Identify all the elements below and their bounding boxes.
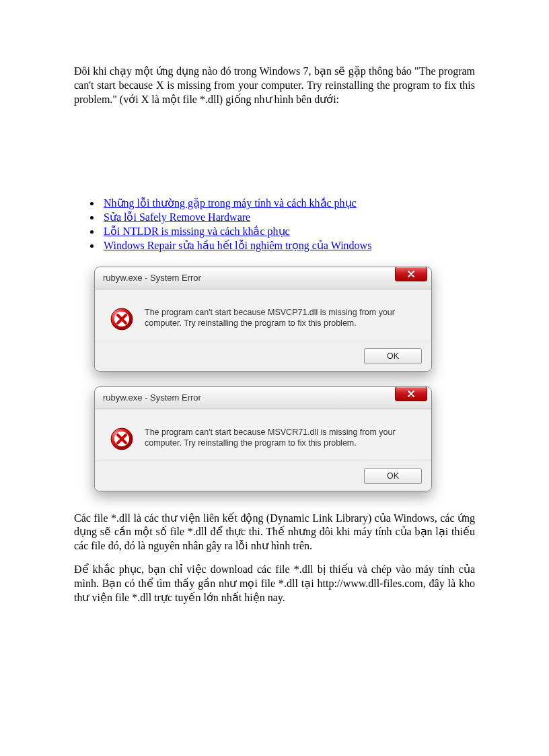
- dialog-message: The program can't start because MSVCP71.…: [145, 307, 416, 330]
- dialog-body: The program can't start because MSVCP71.…: [95, 289, 431, 341]
- error-dialog: rubyw.exe - System Error: [94, 386, 432, 491]
- solution-paragraph: Để khắc phục, bạn chỉ việc download các …: [74, 563, 475, 605]
- error-icon: [110, 427, 134, 451]
- explain-paragraph: Các file *.dll là các thư viện liên kết …: [74, 512, 475, 553]
- spacer: [74, 116, 475, 197]
- dialog-footer: OK: [95, 460, 431, 491]
- close-button[interactable]: [395, 267, 427, 281]
- list-item: Sửa lỗi Safely Remove Hardware: [101, 211, 475, 225]
- dialog-title-text: rubyw.exe - System Error: [103, 392, 427, 403]
- close-icon: [408, 271, 414, 277]
- close-button[interactable]: [395, 386, 427, 401]
- dialog-footer: OK: [95, 341, 431, 371]
- ok-button[interactable]: OK: [364, 348, 422, 364]
- related-links-list: Những lỗi thường gặp trong máy tính và c…: [74, 197, 475, 252]
- list-item: Windows Repair sửa hầu hết lỗi nghiêm tr…: [101, 239, 475, 253]
- related-link[interactable]: Những lỗi thường gặp trong máy tính và c…: [104, 197, 357, 209]
- dialog-screenshots: rubyw.exe - System Error: [94, 267, 475, 491]
- list-item: Những lỗi thường gặp trong máy tính và c…: [101, 197, 475, 211]
- dialog-titlebar: rubyw.exe - System Error: [95, 267, 431, 289]
- dialog-body: The program can't start because MSVCR71.…: [95, 409, 431, 460]
- document-page: Đôi khi chạy một ứng dụng nào đó trong W…: [0, 0, 549, 641]
- error-dialog: rubyw.exe - System Error: [94, 267, 432, 372]
- related-link[interactable]: Windows Repair sửa hầu hết lỗi nghiêm tr…: [104, 240, 371, 251]
- close-icon: [408, 390, 414, 397]
- dialog-titlebar: rubyw.exe - System Error: [95, 387, 431, 409]
- related-link[interactable]: Sửa lỗi Safely Remove Hardware: [104, 211, 250, 223]
- related-link[interactable]: Lỗi NTLDR is missing và cách khắc phục: [104, 226, 290, 237]
- dialog-message: The program can't start because MSVCR71.…: [145, 427, 416, 450]
- list-item: Lỗi NTLDR is missing và cách khắc phục: [101, 225, 475, 239]
- error-icon: [110, 307, 134, 331]
- ok-button[interactable]: OK: [364, 468, 422, 484]
- intro-paragraph: Đôi khi chạy một ứng dụng nào đó trong W…: [74, 65, 475, 106]
- dialog-title-text: rubyw.exe - System Error: [103, 273, 427, 283]
